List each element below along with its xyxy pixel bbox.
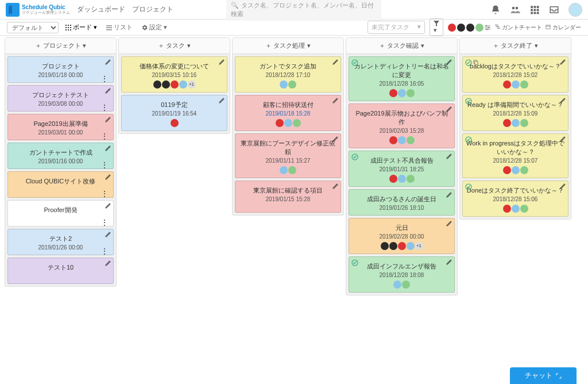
task-card[interactable]: 0119予定2019/01/19 16:54: [121, 95, 227, 131]
grid-icon[interactable]: [529, 5, 540, 15]
nav-dashboard[interactable]: ダッシュボード: [77, 5, 125, 14]
column-header[interactable]: ＋ タスク終了 ▾: [460, 38, 571, 54]
edit-icon[interactable]: [332, 59, 339, 66]
edit-icon[interactable]: [559, 183, 566, 190]
task-card[interactable]: プロジェクト2019/01/18 00:00⋮: [7, 56, 114, 83]
people-icon[interactable]: [510, 5, 520, 15]
edit-icon[interactable]: [105, 174, 111, 181]
assignee-avatar: [389, 136, 397, 144]
bell-icon[interactable]: [490, 5, 501, 15]
edit-icon[interactable]: [446, 106, 452, 113]
edit-icon[interactable]: [446, 259, 452, 266]
assignee-filter[interactable]: [448, 24, 490, 32]
complete-check-icon: [465, 59, 472, 66]
task-card[interactable]: 成田インフルエンザ報告2018/12/28 18:08: [349, 256, 455, 293]
edit-icon[interactable]: [332, 183, 339, 190]
edit-icon[interactable]: [218, 59, 225, 66]
task-card[interactable]: Cloud QUBICサイト改修⋮: [7, 171, 114, 198]
card-date: 2018/12/28 18:08: [353, 272, 451, 278]
edit-icon[interactable]: [105, 202, 111, 209]
task-card[interactable]: Work in progressはタスク処理中でいいかな～？2018/12/28…: [462, 133, 568, 178]
svg-rect-18: [68, 29, 69, 30]
edit-icon[interactable]: [105, 59, 111, 66]
task-card[interactable]: 価格体系の変更について2019/03/15 10:16+1: [121, 56, 227, 93]
edit-icon[interactable]: [559, 97, 566, 104]
card-title: Ready は準備期間でいいかな～？: [466, 101, 564, 109]
task-card[interactable]: 東京展館に確認する項目2019/01/15 15:28: [235, 181, 341, 213]
task-card[interactable]: 成田テスト不具合報告2019/01/31 18:25: [349, 151, 455, 187]
task-card[interactable]: backlogはタスクでいいかな～？2018/12/28 15:02: [462, 56, 568, 93]
chevron-down-icon: ▾: [164, 24, 167, 31]
task-card[interactable]: 元日2019/02/28 00:00+1: [349, 218, 455, 254]
task-card[interactable]: 成田みつるさんの誕生日2019/01/26 18:10: [349, 189, 455, 216]
search-input[interactable]: タスク名、プロジェクト名、メンバー名、日付検索: [226, 0, 381, 21]
card-menu-icon[interactable]: ⋮: [100, 135, 109, 137]
svg-point-0: [512, 6, 515, 9]
card-avatars: [466, 205, 564, 213]
edit-icon[interactable]: [559, 59, 566, 66]
card-menu-icon[interactable]: ⋮: [100, 78, 109, 80]
task-card[interactable]: Ready は準備期間でいいかな～？2018/12/28 15:09: [462, 95, 568, 131]
chat-button[interactable]: チャット: [510, 367, 577, 384]
assignee-avatar: [393, 281, 401, 289]
task-card[interactable]: ガントでタスク追加2018/12/28 17:10: [235, 56, 341, 93]
edit-icon[interactable]: [218, 97, 225, 104]
card-title: Doneはタスク終了でいいかな～？: [466, 186, 564, 195]
view-select[interactable]: デフォルト: [7, 22, 59, 33]
card-menu-icon[interactable]: ⋮: [100, 106, 109, 109]
task-card[interactable]: 東京展館にブースデザイン修正依頼2019/01/11 15:27: [235, 133, 341, 178]
task-card[interactable]: Page2019出展準備2019/03/01 00:00⋮: [7, 114, 114, 140]
kanban-board[interactable]: ＋ プロジェクト ▾プロジェクト2019/01/18 00:00⋮プロジェクトテ…: [0, 36, 588, 384]
edit-icon[interactable]: [105, 116, 111, 123]
filter-button[interactable]: ▾: [430, 18, 443, 36]
column-header[interactable]: ＋ タスク処理 ▾: [233, 38, 343, 54]
user-avatar[interactable]: [568, 3, 582, 17]
card-title: プロジェクトテスト: [11, 91, 110, 99]
nav-projects[interactable]: プロジェクト: [132, 5, 173, 14]
assignee-avatar: [179, 80, 187, 89]
topbar: Schedule Qubic スケジュール管理システム ダッシュボード プロジェ…: [0, 0, 588, 20]
assignee-avatar: [171, 80, 179, 89]
app-logo[interactable]: Schedule Qubic スケジュール管理システム: [6, 3, 70, 17]
task-card[interactable]: Doneはタスク終了でいいかな～？2018/12/28 15:06: [462, 181, 568, 217]
task-card[interactable]: Proofer開発⋮: [7, 200, 114, 226]
edit-icon[interactable]: [446, 59, 452, 66]
view-settings[interactable]: 設定▾: [140, 21, 169, 33]
calendar-link[interactable]: カレンダー: [546, 24, 581, 32]
edit-icon[interactable]: [446, 220, 452, 227]
column-header[interactable]: ＋ タスク ▾: [119, 38, 230, 54]
task-card[interactable]: テスト10: [7, 258, 114, 284]
edit-icon[interactable]: [105, 260, 111, 267]
edit-icon[interactable]: [105, 231, 111, 238]
card-menu-icon[interactable]: ⋮: [100, 193, 109, 195]
task-card[interactable]: Page2019展示物およびパンフ制作2019/02/03 15:28: [349, 103, 455, 148]
gantt-link[interactable]: ガントチャート: [495, 24, 542, 32]
edit-icon[interactable]: [559, 136, 566, 143]
edit-icon[interactable]: [446, 153, 452, 160]
task-card[interactable]: プロジェクトテスト2019/03/08 00:00⋮: [7, 85, 114, 112]
assignee-avatar: [162, 80, 170, 89]
card-menu-icon[interactable]: ⋮: [100, 164, 109, 166]
task-card[interactable]: テスト22019/01/26 00:00⋮: [7, 229, 114, 255]
task-card[interactable]: カレントディレクトリー名は和名に変更2018/12/28 16:05: [349, 56, 455, 101]
view-list[interactable]: リスト: [104, 21, 135, 33]
card-date: 2019/01/11 15:27: [239, 158, 337, 164]
view-board[interactable]: ボード▾: [63, 21, 99, 33]
edit-icon[interactable]: [332, 136, 339, 143]
edit-icon[interactable]: [105, 145, 111, 152]
column-header[interactable]: ＋ タスク確認 ▾: [346, 38, 457, 54]
card-menu-icon[interactable]: ⋮: [100, 221, 109, 224]
card-menu-icon[interactable]: ⋮: [100, 250, 109, 252]
assignee-avatar: [153, 80, 161, 89]
filter-incomplete[interactable]: 未完了タスク ▾: [368, 21, 425, 34]
edit-icon[interactable]: [446, 191, 452, 198]
inbox-icon[interactable]: [549, 5, 559, 15]
edit-icon[interactable]: [332, 97, 339, 104]
task-card[interactable]: 顧客に招待状送付2019/01/18 15:28: [235, 95, 341, 131]
card-title: Work in progressはタスク処理中でいいかな～？: [466, 139, 564, 156]
column-header[interactable]: ＋ プロジェクト ▾: [5, 38, 116, 54]
edit-icon[interactable]: [105, 87, 111, 94]
task-card[interactable]: ガントチャートで作成2019/01/16 00:00⋮: [7, 143, 114, 169]
board-column: ＋ タスク終了 ▾backlogはタスクでいいかな～？2018/12/28 15…: [459, 37, 571, 220]
calendar-icon: [546, 24, 551, 29]
